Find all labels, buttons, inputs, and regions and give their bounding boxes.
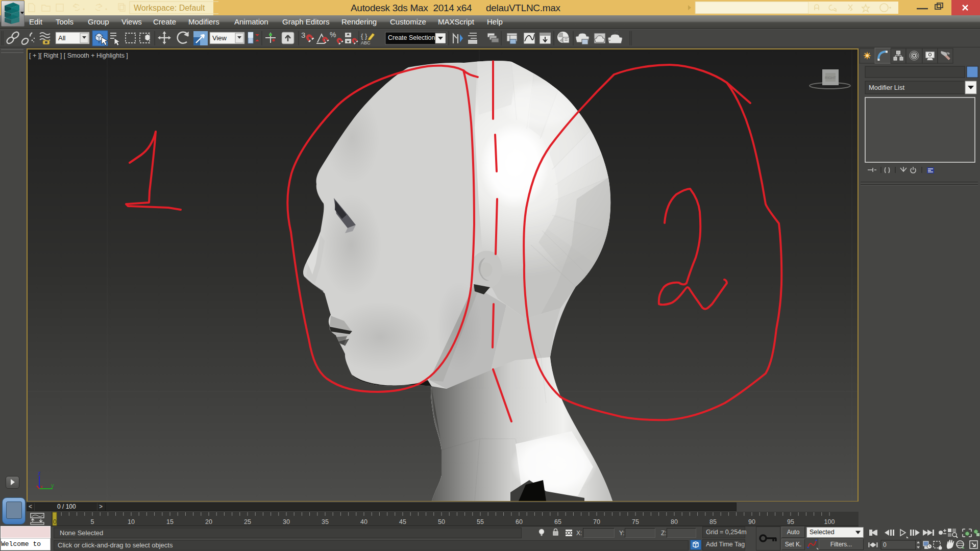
svg-text:ABC: ABC <box>361 40 371 45</box>
svg-text:%: % <box>330 31 336 39</box>
svg-text:65: 65 <box>554 518 561 525</box>
svg-text:70: 70 <box>593 518 600 525</box>
svg-text:5: 5 <box>91 518 94 525</box>
svg-text:60: 60 <box>516 518 523 525</box>
svg-text:All: All <box>58 34 66 42</box>
svg-text:85: 85 <box>709 518 717 525</box>
svg-text:Create Selection S: Create Selection S <box>388 34 441 41</box>
svg-text:View: View <box>212 34 227 42</box>
svg-text:0: 0 <box>53 518 57 525</box>
svg-text:20: 20 <box>205 518 212 525</box>
svg-text:90: 90 <box>748 518 755 525</box>
svg-text:[ + ][ Right ] [ Smooth + High: [ + ][ Right ] [ Smooth + Highlights ] <box>29 52 128 59</box>
svg-text:75: 75 <box>632 518 639 525</box>
svg-text:25: 25 <box>244 518 251 525</box>
svg-text:100: 100 <box>824 518 835 525</box>
svg-text:80: 80 <box>671 518 678 525</box>
svg-text:{ }: { } <box>361 32 368 40</box>
svg-text:45: 45 <box>399 518 406 525</box>
svg-text:3: 3 <box>301 31 305 39</box>
svg-text:z: z <box>38 470 41 476</box>
svg-text:0: 0 <box>883 541 887 548</box>
svg-text:Workspace: Default: Workspace: Default <box>134 4 205 12</box>
svg-text:RIGHT: RIGHT <box>825 76 837 80</box>
svg-text:40: 40 <box>360 518 368 525</box>
svg-text:x: x <box>40 484 43 489</box>
svg-text:30: 30 <box>283 518 290 525</box>
svg-text:95: 95 <box>787 518 794 525</box>
svg-text:y: y <box>51 482 54 488</box>
svg-text:10: 10 <box>128 518 135 525</box>
svg-text:Modifier List: Modifier List <box>869 84 904 91</box>
svg-text:55: 55 <box>477 518 484 525</box>
svg-text:50: 50 <box>438 518 445 525</box>
svg-text:15: 15 <box>166 518 174 525</box>
svg-text:35: 35 <box>322 518 329 525</box>
